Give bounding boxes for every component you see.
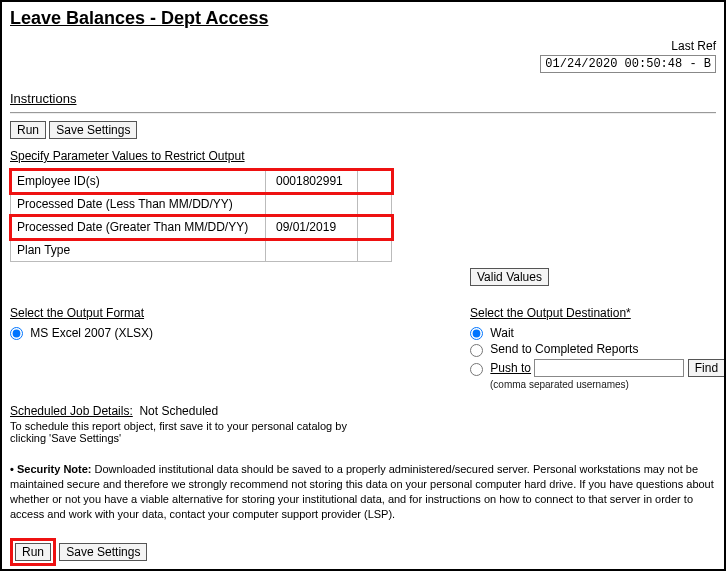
valid-values-button[interactable]: Valid Values [470, 268, 549, 286]
run-button-bottom[interactable]: Run [15, 543, 51, 561]
employee-id-extra[interactable] [358, 170, 392, 193]
processed-less-label: Processed Date (Less Than MM/DD/YY) [11, 193, 266, 216]
refresh-timestamp: 01/24/2020 00:50:48 - B [540, 55, 716, 73]
security-note-text: Downloaded institutional data should be … [10, 463, 714, 520]
scheduled-description: To schedule this report object, first sa… [10, 420, 350, 444]
dest-wait-label: Wait [490, 326, 514, 340]
dest-pushto-option[interactable]: Push to [470, 361, 531, 375]
divider [10, 112, 716, 113]
processed-greater-label: Processed Date (Greater Than MM/DD/YY) [11, 216, 266, 239]
output-format-header: Select the Output Format [10, 306, 310, 320]
scheduled-status: Not Scheduled [136, 404, 218, 418]
last-refresh-label: Last Ref [10, 39, 716, 53]
page-title: Leave Balances - Dept Access [10, 8, 716, 29]
plan-type-extra[interactable] [358, 239, 392, 262]
parameters-header: Specify Parameter Values to Restrict Out… [10, 149, 716, 163]
plan-type-input[interactable] [272, 241, 351, 259]
dest-wait-radio[interactable] [470, 327, 483, 340]
scheduled-header: Scheduled Job Details: [10, 404, 133, 418]
output-format-option[interactable]: MS Excel 2007 (XLSX) [10, 326, 153, 340]
security-note-label: Security Note: [10, 463, 92, 475]
output-format-option-label: MS Excel 2007 (XLSX) [30, 326, 153, 340]
security-note: Security Note: Downloaded institutional … [10, 462, 716, 521]
pushto-note: (comma separated usernames) [490, 379, 725, 390]
run-button-highlight: Run [10, 538, 56, 566]
parameters-table: Employee ID(s) Processed Date (Less Than… [10, 169, 392, 262]
dest-pushto-label: Push to [490, 361, 531, 375]
dest-wait-option[interactable]: Wait [470, 326, 514, 340]
processed-less-input[interactable] [272, 195, 351, 213]
dest-pushto-radio[interactable] [470, 363, 483, 376]
output-destination-header: Select the Output Destination* [470, 306, 725, 320]
pushto-input[interactable] [534, 359, 684, 377]
processed-less-extra[interactable] [358, 193, 392, 216]
dest-completed-label: Send to Completed Reports [490, 342, 638, 356]
save-settings-button-bottom[interactable]: Save Settings [59, 543, 147, 561]
employee-id-label: Employee ID(s) [11, 170, 266, 193]
dest-completed-radio[interactable] [470, 344, 483, 357]
dest-completed-option[interactable]: Send to Completed Reports [470, 342, 638, 356]
plan-type-label: Plan Type [11, 239, 266, 262]
run-button-top[interactable]: Run [10, 121, 46, 139]
save-settings-button-top[interactable]: Save Settings [49, 121, 137, 139]
output-format-radio-xlsx[interactable] [10, 327, 23, 340]
employee-id-input[interactable] [272, 172, 351, 190]
instructions-link[interactable]: Instructions [10, 91, 716, 106]
processed-greater-input[interactable] [272, 218, 351, 236]
processed-greater-extra[interactable] [358, 216, 392, 239]
find-button[interactable]: Find [688, 359, 725, 377]
